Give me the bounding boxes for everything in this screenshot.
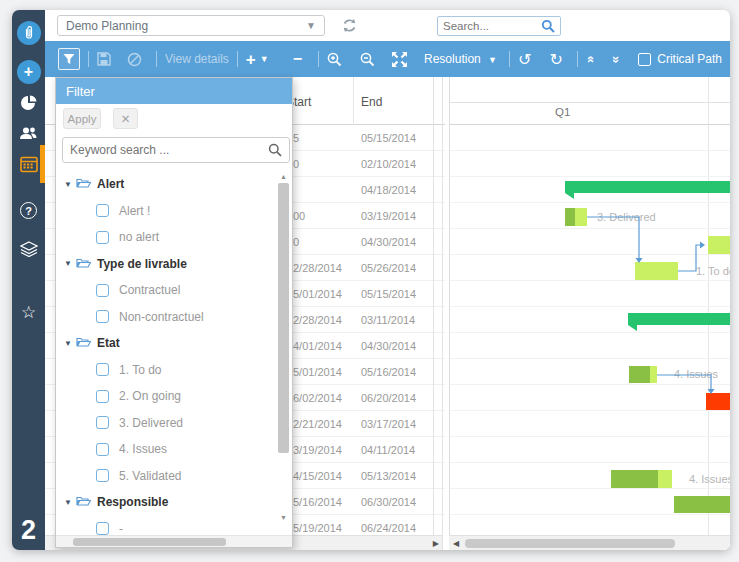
zoom-in-button[interactable]	[327, 52, 342, 67]
resolution-label: Resolution	[424, 52, 481, 66]
cell-end: 05/16/2014	[361, 359, 431, 385]
global-search	[437, 16, 561, 36]
attachment-button[interactable]	[12, 21, 45, 45]
checkbox[interactable]	[96, 231, 109, 244]
top-bar: Demo Planning ▼	[45, 10, 730, 41]
gantt-bar-label: 1. To do	[696, 265, 730, 277]
apply-filter-button[interactable]: Apply	[63, 108, 101, 129]
filter-group-alert[interactable]: ▼Alert	[56, 171, 278, 197]
filter-option[interactable]: no alert	[56, 224, 278, 250]
filter-vscrollbar[interactable]: ▲ ▼	[277, 173, 290, 535]
expand-all-button[interactable]: »	[609, 55, 624, 62]
refresh-button[interactable]	[341, 17, 359, 35]
filter-option[interactable]: Non-contractuel	[56, 304, 278, 330]
checkbox[interactable]	[96, 522, 109, 535]
filter-icon	[63, 53, 75, 65]
chevron-down-icon: ▼	[260, 54, 269, 64]
collapse-all-button[interactable]: »	[582, 55, 597, 62]
undo-button[interactable]: ↺	[518, 50, 531, 69]
filter-button[interactable]	[58, 48, 80, 70]
resolution-button[interactable]: Resolution ▼	[424, 52, 497, 66]
checkbox[interactable]	[96, 204, 109, 217]
add-task-button[interactable]: + ▼	[246, 51, 269, 68]
scroll-up-arrow-icon[interactable]: ▲	[277, 173, 290, 180]
fit-view-button[interactable]	[392, 52, 407, 67]
gantt-row	[450, 463, 730, 489]
save-button[interactable]	[97, 52, 111, 66]
checkbox[interactable]	[96, 416, 109, 429]
cancel-button[interactable]	[127, 52, 142, 67]
checkbox[interactable]	[96, 390, 109, 403]
reports-button[interactable]	[12, 95, 45, 116]
gantt-task-bar[interactable]	[708, 236, 730, 254]
filter-vscrollbar-thumb[interactable]	[278, 183, 289, 453]
checkbox[interactable]	[96, 284, 109, 297]
remove-task-button[interactable]: −	[293, 50, 302, 68]
scroll-right-arrow-icon[interactable]: ▶	[433, 539, 439, 548]
filter-tree: ▼AlertAlert !no alert▼Type de livrableCo…	[56, 171, 278, 535]
cell-end: 04/30/2014	[361, 229, 431, 255]
gantt-summary-bar[interactable]	[628, 313, 730, 325]
filter-option[interactable]: -	[56, 516, 278, 536]
zoom-out-button[interactable]	[360, 52, 375, 67]
plus-icon: +	[17, 60, 41, 84]
layers-button[interactable]	[12, 241, 45, 261]
planning-select[interactable]: Demo Planning ▼	[57, 15, 325, 36]
gantt-hscrollbar[interactable]: ◀	[449, 535, 730, 550]
clear-filter-button[interactable]: ✕	[113, 108, 138, 129]
checkbox[interactable]	[96, 310, 109, 323]
filter-panel: Filter Apply ✕ ▼AlertAlert !no alert▼Typ…	[55, 77, 293, 548]
filter-option[interactable]: 2. On going	[56, 383, 278, 409]
cell-start: 4/15/2014	[293, 463, 351, 489]
view-details-button[interactable]: View details	[165, 52, 229, 66]
critical-path-checkbox[interactable]	[638, 53, 651, 66]
filter-option[interactable]: Contractuel	[56, 277, 278, 303]
filter-option[interactable]: 3. Delivered	[56, 410, 278, 436]
summary-notch	[628, 325, 637, 331]
filter-option[interactable]: 5. Validated	[56, 463, 278, 489]
users-button[interactable]	[12, 126, 45, 145]
add-button[interactable]: +	[12, 60, 45, 84]
cell-end: 06/30/2014	[361, 489, 431, 515]
cell-end: 04/11/2014	[361, 437, 431, 463]
gantt-bar-label: 4. Issues	[689, 473, 730, 485]
gantt-task-bar[interactable]	[611, 470, 672, 488]
question-icon: ?	[20, 202, 37, 219]
gantt-row	[450, 229, 730, 255]
cell-start: 5/01/2014	[293, 281, 351, 307]
planning-select-value: Demo Planning	[66, 19, 148, 33]
filter-option[interactable]: Alert !	[56, 198, 278, 224]
gantt-task-bar[interactable]	[674, 496, 730, 513]
scroll-left-arrow-icon[interactable]: ◀	[453, 539, 459, 548]
gantt-chart: Q1 3. Delivered1. To do4. Issues4. Issue…	[449, 77, 730, 550]
gantt-hscrollbar-thumb[interactable]	[465, 539, 675, 548]
favorites-button[interactable]: ☆	[12, 302, 45, 323]
checkbox[interactable]	[96, 363, 109, 376]
search-input[interactable]	[443, 20, 535, 32]
gantt-task-bar[interactable]	[635, 262, 678, 280]
gantt-task-bar[interactable]	[565, 208, 587, 226]
gantt-row	[450, 437, 730, 463]
scroll-down-arrow-icon[interactable]: ▼	[277, 514, 290, 521]
app-window: + ? ☆ 2	[12, 10, 730, 550]
filter-option-label: 5. Validated	[119, 469, 182, 483]
filter-group-etat[interactable]: ▼Etat	[56, 330, 278, 356]
filter-hscrollbar[interactable]	[56, 535, 292, 547]
filter-group-type-de-livrable[interactable]: ▼Type de livrable	[56, 251, 278, 277]
gantt-task-bar[interactable]	[706, 393, 730, 410]
checkbox[interactable]	[96, 443, 109, 456]
filter-option[interactable]: 1. To do	[56, 357, 278, 383]
filter-group-responsible[interactable]: ▼Responsible	[56, 489, 278, 515]
filter-hscrollbar-thumb[interactable]	[73, 538, 226, 546]
gantt-task-bar[interactable]	[629, 366, 657, 383]
keyword-search-input[interactable]	[70, 143, 250, 157]
redo-button[interactable]: ↻	[549, 50, 562, 69]
gantt-summary-bar[interactable]	[565, 181, 730, 193]
filter-option[interactable]: 4. Issues	[56, 436, 278, 462]
chevron-down-icon: ▼	[306, 20, 316, 31]
cell-start: 2/28/2014	[293, 255, 351, 281]
help-button[interactable]: ?	[12, 202, 45, 219]
checkbox[interactable]	[96, 469, 109, 482]
column-header-end[interactable]: End	[361, 95, 382, 109]
filter-group-label: Etat	[97, 336, 120, 350]
